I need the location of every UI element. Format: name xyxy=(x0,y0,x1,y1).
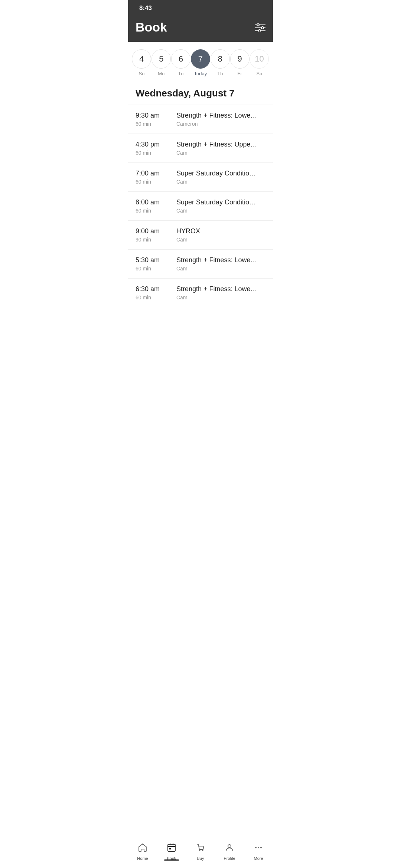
class-info-block: Super Saturday Conditio…Cam xyxy=(173,170,265,185)
class-name: Strength + Fitness: Uppe… xyxy=(176,141,265,148)
class-list-item[interactable]: 9:30 am60 minStrength + Fitness: Lowe…Ca… xyxy=(128,105,273,134)
class-instructor: Cam xyxy=(176,266,265,272)
class-instructor: Cam xyxy=(176,295,265,300)
date-number-6: 6 xyxy=(171,49,190,69)
date-number-9: 9 xyxy=(230,49,250,69)
class-time-duration: 60 min xyxy=(136,266,151,272)
class-name: Strength + Fitness: Lowe… xyxy=(176,256,265,264)
class-list-item[interactable]: 5:30 am60 minStrength + Fitness: Lowe…Ca… xyxy=(128,249,273,278)
class-time-block: 9:00 am90 min xyxy=(136,227,173,243)
date-number-10: 10 xyxy=(250,49,269,69)
filter-button[interactable] xyxy=(255,23,265,32)
status-time: 8:43 xyxy=(139,4,152,12)
status-bar: 8:43 xyxy=(128,0,273,16)
date-label-10: Sa xyxy=(257,71,263,76)
date-label-9: Fr xyxy=(238,71,242,76)
class-instructor: Cameron xyxy=(176,121,265,127)
class-time-main: 9:30 am xyxy=(136,112,160,119)
class-time-main: 8:00 am xyxy=(136,198,160,206)
class-time-duration: 60 min xyxy=(136,179,151,185)
date-number-5: 5 xyxy=(151,49,171,69)
content-wrapper: 4Su5Mo6Tu7Today8Th9Fr10Sa Wednesday, Aug… xyxy=(128,42,273,344)
class-name: Super Saturday Conditio… xyxy=(176,170,265,177)
class-time-block: 8:00 am60 min xyxy=(136,198,173,214)
svg-point-5 xyxy=(258,30,261,32)
date-label-5: Mo xyxy=(158,71,164,76)
class-name: Strength + Fitness: Lowe… xyxy=(176,285,265,293)
date-item-4[interactable]: 4Su xyxy=(132,49,151,76)
class-time-duration: 60 min xyxy=(136,121,151,127)
date-label-6: Tu xyxy=(178,71,184,76)
class-name: Super Saturday Conditio… xyxy=(176,198,265,206)
date-number-4: 4 xyxy=(132,49,151,69)
class-time-duration: 60 min xyxy=(136,295,151,300)
class-time-main: 6:30 am xyxy=(136,285,160,293)
class-info-block: HYROXCam xyxy=(173,227,265,243)
svg-point-1 xyxy=(257,24,259,26)
class-name: HYROX xyxy=(176,227,265,235)
class-instructor: Cam xyxy=(176,150,265,156)
class-list-item[interactable]: 7:00 am60 minSuper Saturday Conditio…Cam xyxy=(128,162,273,191)
class-instructor: Cam xyxy=(176,237,265,243)
class-list-item[interactable]: 4:30 pm60 minStrength + Fitness: Uppe…Ca… xyxy=(128,134,273,162)
class-time-duration: 90 min xyxy=(136,237,151,243)
class-list-item[interactable]: 6:30 am60 minStrength + Fitness: Lowe…Ca… xyxy=(128,278,273,307)
class-info-block: Strength + Fitness: Lowe…Cam xyxy=(173,285,265,300)
section-date-heading: Wednesday, August 7 xyxy=(128,80,273,105)
date-number-7: 7 xyxy=(191,49,210,69)
svg-point-3 xyxy=(261,27,264,29)
date-item-7[interactable]: 7Today xyxy=(191,49,210,76)
date-item-5[interactable]: 5Mo xyxy=(151,49,171,76)
class-info-block: Strength + Fitness: Uppe…Cam xyxy=(173,141,265,156)
class-time-main: 7:00 am xyxy=(136,170,160,177)
class-time-block: 4:30 pm60 min xyxy=(136,141,173,156)
header-title: Book xyxy=(136,20,167,34)
class-instructor: Cam xyxy=(176,208,265,214)
class-instructor: Cam xyxy=(176,179,265,185)
class-time-block: 5:30 am60 min xyxy=(136,256,173,272)
class-name: Strength + Fitness: Lowe… xyxy=(176,112,265,119)
class-time-block: 7:00 am60 min xyxy=(136,170,173,185)
class-info-block: Strength + Fitness: Lowe…Cameron xyxy=(173,112,265,127)
class-list-item[interactable]: 9:00 am90 minHYROXCam xyxy=(128,220,273,249)
class-time-block: 9:30 am60 min xyxy=(136,112,173,127)
date-label-4: Su xyxy=(138,71,144,76)
date-label-8: Th xyxy=(217,71,223,76)
date-item-8[interactable]: 8Th xyxy=(211,49,230,76)
class-time-duration: 60 min xyxy=(136,208,151,214)
class-time-block: 6:30 am60 min xyxy=(136,285,173,300)
class-list-item[interactable]: 8:00 am60 minSuper Saturday Conditio…Cam xyxy=(128,191,273,220)
date-picker: 4Su5Mo6Tu7Today8Th9Fr10Sa xyxy=(128,42,273,80)
class-info-block: Strength + Fitness: Lowe…Cam xyxy=(173,256,265,272)
date-item-6[interactable]: 6Tu xyxy=(171,49,190,76)
date-item-9[interactable]: 9Fr xyxy=(230,49,250,76)
class-time-main: 4:30 pm xyxy=(136,141,160,148)
sliders-icon xyxy=(255,23,265,32)
class-time-main: 9:00 am xyxy=(136,227,160,235)
class-info-block: Super Saturday Conditio…Cam xyxy=(173,198,265,214)
date-number-8: 8 xyxy=(211,49,230,69)
class-time-duration: 60 min xyxy=(136,150,151,156)
class-list: 9:30 am60 minStrength + Fitness: Lowe…Ca… xyxy=(128,105,273,307)
header: Book xyxy=(128,16,273,42)
class-time-main: 5:30 am xyxy=(136,256,160,264)
date-label-7: Today xyxy=(194,71,207,76)
date-item-10[interactable]: 10Sa xyxy=(250,49,269,76)
